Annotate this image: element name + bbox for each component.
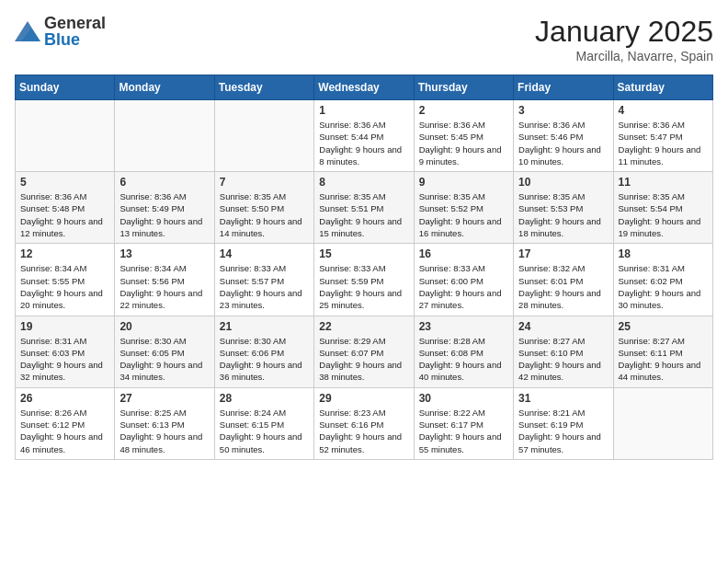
cell-info: Sunrise: 8:36 AMSunset: 5:44 PMDaylight:… [319,119,408,167]
cell-day-number: 28 [220,392,309,405]
calendar-cell: 17Sunrise: 8:32 AMSunset: 6:01 PMDayligh… [514,244,613,316]
calendar-cell: 2Sunrise: 8:36 AMSunset: 5:45 PMDaylight… [414,100,513,172]
cell-info: Sunrise: 8:33 AMSunset: 5:57 PMDaylight:… [220,262,309,311]
calendar-cell: 24Sunrise: 8:27 AMSunset: 6:10 PMDayligh… [514,316,613,387]
day-header-friday: Friday [514,75,613,100]
day-header-monday: Monday [115,75,214,100]
cell-day-number: 23 [419,320,508,333]
calendar-cell: 15Sunrise: 8:33 AMSunset: 5:59 PMDayligh… [314,244,414,316]
cell-info: Sunrise: 8:34 AMSunset: 5:56 PMDaylight:… [119,262,209,311]
calendar-cell [16,100,115,172]
calendar-cell: 26Sunrise: 8:26 AMSunset: 6:12 PMDayligh… [16,387,115,459]
calendar-week-row: 26Sunrise: 8:26 AMSunset: 6:12 PMDayligh… [16,387,713,459]
cell-day-number: 5 [20,176,109,189]
logo: General Blue [15,15,106,48]
calendar-week-row: 5Sunrise: 8:36 AMSunset: 5:48 PMDaylight… [16,172,713,244]
calendar-cell: 18Sunrise: 8:31 AMSunset: 6:02 PMDayligh… [613,244,712,316]
cell-info: Sunrise: 8:24 AMSunset: 6:15 PMDaylight:… [220,407,309,455]
cell-info: Sunrise: 8:30 AMSunset: 6:06 PMDaylight:… [220,335,309,384]
calendar-cell [115,100,214,172]
cell-info: Sunrise: 8:25 AMSunset: 6:13 PMDaylight:… [119,407,209,455]
cell-info: Sunrise: 8:23 AMSunset: 6:16 PMDaylight:… [319,407,408,455]
cell-day-number: 26 [20,392,109,405]
month-year: January 2025 [535,15,713,49]
calendar-cell: 19Sunrise: 8:31 AMSunset: 6:03 PMDayligh… [16,316,115,387]
cell-info: Sunrise: 8:27 AMSunset: 6:10 PMDaylight:… [518,335,608,384]
calendar-cell: 28Sunrise: 8:24 AMSunset: 6:15 PMDayligh… [214,387,313,459]
cell-info: Sunrise: 8:30 AMSunset: 6:05 PMDaylight:… [119,335,209,384]
calendar-cell: 30Sunrise: 8:22 AMSunset: 6:17 PMDayligh… [414,387,513,459]
calendar-cell: 12Sunrise: 8:34 AMSunset: 5:55 PMDayligh… [16,244,115,316]
cell-info: Sunrise: 8:36 AMSunset: 5:48 PMDaylight:… [20,190,109,239]
cell-day-number: 1 [319,104,408,117]
cell-day-number: 15 [319,247,408,260]
calendar-cell: 27Sunrise: 8:25 AMSunset: 6:13 PMDayligh… [115,387,214,459]
cell-info: Sunrise: 8:36 AMSunset: 5:46 PMDaylight:… [518,119,608,167]
cell-info: Sunrise: 8:35 AMSunset: 5:54 PMDaylight:… [619,190,708,239]
cell-day-number: 19 [20,320,109,333]
calendar-cell: 10Sunrise: 8:35 AMSunset: 5:53 PMDayligh… [514,172,613,244]
cell-day-number: 31 [518,392,608,405]
calendar-cell: 7Sunrise: 8:35 AMSunset: 5:50 PMDaylight… [214,172,313,244]
cell-day-number: 29 [319,392,408,405]
cell-info: Sunrise: 8:35 AMSunset: 5:52 PMDaylight:… [419,190,508,239]
cell-day-number: 4 [619,104,708,117]
calendar-cell: 23Sunrise: 8:28 AMSunset: 6:08 PMDayligh… [414,316,513,387]
cell-day-number: 11 [619,176,708,189]
cell-day-number: 22 [319,320,408,333]
calendar-cell: 1Sunrise: 8:36 AMSunset: 5:44 PMDaylight… [314,100,414,172]
calendar-cell: 11Sunrise: 8:35 AMSunset: 5:54 PMDayligh… [613,172,712,244]
logo-blue-text: Blue [44,31,106,48]
cell-day-number: 2 [419,104,508,117]
cell-info: Sunrise: 8:36 AMSunset: 5:49 PMDaylight:… [119,190,209,239]
cell-info: Sunrise: 8:32 AMSunset: 6:01 PMDaylight:… [518,262,608,311]
cell-day-number: 12 [20,247,109,260]
cell-day-number: 10 [518,176,608,189]
calendar-cell [613,387,712,459]
calendar-cell: 14Sunrise: 8:33 AMSunset: 5:57 PMDayligh… [214,244,313,316]
cell-day-number: 14 [220,247,309,260]
calendar-cell: 25Sunrise: 8:27 AMSunset: 6:11 PMDayligh… [613,316,712,387]
day-header-sunday: Sunday [16,75,115,100]
cell-info: Sunrise: 8:34 AMSunset: 5:55 PMDaylight:… [20,262,109,311]
cell-info: Sunrise: 8:29 AMSunset: 6:07 PMDaylight:… [319,335,408,384]
calendar-cell: 21Sunrise: 8:30 AMSunset: 6:06 PMDayligh… [214,316,313,387]
calendar-table: SundayMondayTuesdayWednesdayThursdayFrid… [15,75,713,460]
cell-info: Sunrise: 8:35 AMSunset: 5:50 PMDaylight:… [220,190,309,239]
cell-info: Sunrise: 8:31 AMSunset: 6:02 PMDaylight:… [619,262,708,311]
calendar-cell: 6Sunrise: 8:36 AMSunset: 5:49 PMDaylight… [115,172,214,244]
cell-info: Sunrise: 8:35 AMSunset: 5:51 PMDaylight:… [319,190,408,239]
calendar-cell: 16Sunrise: 8:33 AMSunset: 6:00 PMDayligh… [414,244,513,316]
calendar-cell: 31Sunrise: 8:21 AMSunset: 6:19 PMDayligh… [514,387,613,459]
day-header-saturday: Saturday [613,75,712,100]
calendar-cell: 13Sunrise: 8:34 AMSunset: 5:56 PMDayligh… [115,244,214,316]
logo-icon [15,21,40,41]
cell-info: Sunrise: 8:33 AMSunset: 6:00 PMDaylight:… [419,262,508,311]
calendar-cell: 22Sunrise: 8:29 AMSunset: 6:07 PMDayligh… [314,316,414,387]
cell-info: Sunrise: 8:33 AMSunset: 5:59 PMDaylight:… [319,262,408,311]
cell-day-number: 16 [419,247,508,260]
calendar-week-row: 1Sunrise: 8:36 AMSunset: 5:44 PMDaylight… [16,100,713,172]
cell-info: Sunrise: 8:21 AMSunset: 6:19 PMDaylight:… [518,407,608,455]
cell-info: Sunrise: 8:36 AMSunset: 5:45 PMDaylight:… [419,119,508,167]
cell-day-number: 9 [419,176,508,189]
calendar-cell: 4Sunrise: 8:36 AMSunset: 5:47 PMDaylight… [613,100,712,172]
calendar-cell [214,100,313,172]
cell-info: Sunrise: 8:31 AMSunset: 6:03 PMDaylight:… [20,335,109,384]
cell-day-number: 13 [119,247,209,260]
title-block: January 2025 Marcilla, Navarre, Spain [535,15,713,63]
cell-info: Sunrise: 8:35 AMSunset: 5:53 PMDaylight:… [518,190,608,239]
cell-day-number: 17 [518,247,608,260]
location: Marcilla, Navarre, Spain [535,49,713,63]
cell-info: Sunrise: 8:27 AMSunset: 6:11 PMDaylight:… [619,335,708,384]
calendar-cell: 20Sunrise: 8:30 AMSunset: 6:05 PMDayligh… [115,316,214,387]
cell-info: Sunrise: 8:28 AMSunset: 6:08 PMDaylight:… [419,335,508,384]
calendar-cell: 3Sunrise: 8:36 AMSunset: 5:46 PMDaylight… [514,100,613,172]
cell-day-number: 8 [319,176,408,189]
logo-general-text: General [44,15,106,31]
page-header: General Blue January 2025 Marcilla, Nava… [15,15,713,63]
calendar-week-row: 19Sunrise: 8:31 AMSunset: 6:03 PMDayligh… [16,316,713,387]
cell-day-number: 21 [220,320,309,333]
cell-day-number: 27 [119,392,209,405]
cell-info: Sunrise: 8:36 AMSunset: 5:47 PMDaylight:… [619,119,708,167]
